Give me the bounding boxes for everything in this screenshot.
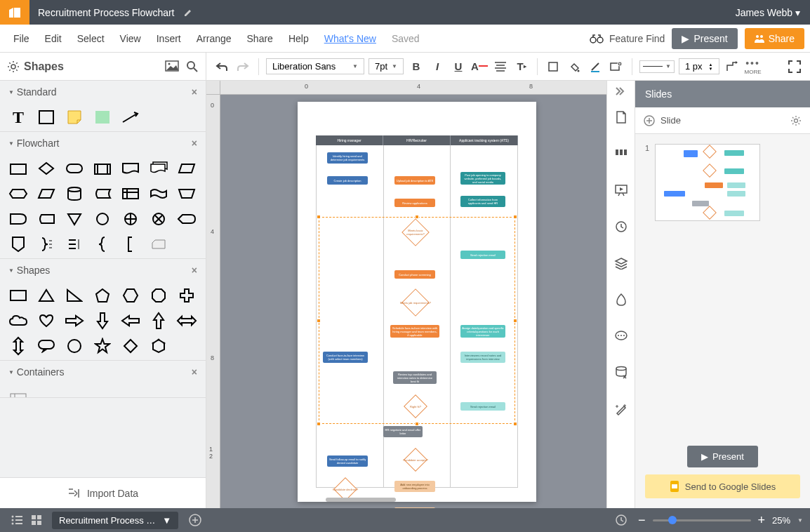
rail-magic-icon[interactable] <box>613 401 630 418</box>
undo-icon[interactable] <box>213 58 230 75</box>
flowchart-bracket[interactable] <box>119 234 142 254</box>
shape-heart[interactable] <box>35 311 58 331</box>
image-icon[interactable] <box>165 60 179 73</box>
menu-file[interactable]: File <box>6 33 37 44</box>
rail-chat-icon[interactable] <box>613 328 630 345</box>
shape-circle[interactable] <box>63 336 86 356</box>
slide-settings-icon[interactable] <box>790 115 802 126</box>
text-options-icon[interactable]: T▸ <box>513 58 530 75</box>
text-color-icon[interactable]: A <box>471 58 488 75</box>
fill-icon[interactable] <box>545 58 562 75</box>
zoom-out-icon[interactable]: − <box>638 513 646 528</box>
fc-box-7[interactable]: Send rejection email <box>460 251 505 259</box>
menu-whats-new[interactable]: What's New <box>317 33 384 44</box>
shape-arrow-up[interactable] <box>147 311 170 331</box>
flowchart-terminator[interactable] <box>63 159 86 178</box>
container-swimlane[interactable] <box>7 387 29 397</box>
flowchart-card[interactable] <box>147 234 170 254</box>
app-logo[interactable] <box>0 0 29 25</box>
page-scrollbar[interactable] <box>326 498 396 502</box>
close-icon[interactable]: × <box>192 366 197 378</box>
shape-arrow-right[interactable] <box>63 311 86 331</box>
fc-box-9[interactable]: Schedule face-to-face interview with hir… <box>390 325 439 338</box>
shape-pentagon[interactable] <box>91 286 114 305</box>
outline-view-icon[interactable] <box>7 510 27 530</box>
shape-arrow-ud[interactable] <box>7 336 29 356</box>
fc-box-2[interactable]: Create job description <box>327 176 368 185</box>
fc-box-13[interactable]: Review top candidates and interview note… <box>393 371 437 384</box>
shape-options-icon[interactable] <box>608 58 625 75</box>
close-icon[interactable]: × <box>192 86 197 98</box>
add-page-icon[interactable] <box>185 510 205 530</box>
swimlane-header-2[interactable]: HR/Recruiter <box>383 135 451 145</box>
flowchart-or[interactable] <box>119 209 142 229</box>
flowchart-brace-left[interactable] <box>91 234 114 254</box>
line-style-select[interactable]: ▼ <box>639 60 675 73</box>
close-icon[interactable]: × <box>192 138 197 149</box>
font-select[interactable]: Liberation Sans▼ <box>266 58 364 74</box>
shape-arrow-down[interactable] <box>91 311 114 331</box>
fc-box-18[interactable]: Send thank you email <box>394 507 435 508</box>
shape-hexagon[interactable] <box>119 286 142 305</box>
share-button[interactable]: Share <box>745 28 804 49</box>
menu-share[interactable]: Share <box>239 33 281 44</box>
document-title[interactable]: Recruitment Process Flowchart <box>29 7 183 18</box>
flowchart-input[interactable] <box>175 159 198 178</box>
menu-arrange[interactable]: Arrange <box>189 33 239 44</box>
redo-icon[interactable] <box>234 58 251 75</box>
fc-box-3[interactable]: Upload job description to ATS <box>394 176 435 185</box>
fc-box-15[interactable]: HR negotiate and email offer letter <box>383 426 423 437</box>
flowchart-sum[interactable] <box>147 209 170 229</box>
rail-data-icon[interactable] <box>613 364 630 381</box>
bucket-icon[interactable] <box>566 58 583 75</box>
sync-icon[interactable] <box>611 510 631 530</box>
underline-icon[interactable]: U <box>450 58 467 75</box>
feature-find[interactable]: Feature Find <box>590 33 665 44</box>
zoom-in-icon[interactable]: + <box>758 513 766 528</box>
fullscreen-icon[interactable] <box>786 58 803 75</box>
flowchart-offpage[interactable] <box>7 234 29 254</box>
flowchart-preparation[interactable] <box>7 184 29 204</box>
section-containers-header[interactable]: ▼ Containers× <box>0 361 206 383</box>
swimlane-header-3[interactable]: Applicant tracking system (ATS) <box>451 135 518 145</box>
document-tab[interactable]: Recruitment Process Fl…▼ <box>52 512 178 529</box>
section-flowchart-header[interactable]: ▼ Flowchart× <box>0 132 206 154</box>
shape-polygon[interactable] <box>147 336 170 356</box>
section-shapes-header[interactable]: ▼ Shapes× <box>0 259 206 281</box>
shape-right-triangle[interactable] <box>63 286 86 305</box>
flowchart-document[interactable] <box>119 159 142 178</box>
shape-arrow[interactable] <box>119 107 142 127</box>
flowchart-decision[interactable] <box>35 159 58 178</box>
fc-box-16[interactable]: Send follow-up email to notify denied ca… <box>327 455 368 467</box>
send-to-gslides-button[interactable]: Send to Google Slides <box>645 474 800 498</box>
edit-title-icon[interactable] <box>183 8 193 18</box>
fc-box-12[interactable]: Interviewers record notes and impression… <box>460 352 505 363</box>
flowchart-multidoc[interactable] <box>147 159 170 178</box>
bold-icon[interactable]: B <box>408 58 425 75</box>
page[interactable]: Hiring manager HR/Recruiter Applicant tr… <box>298 102 536 502</box>
flowchart-delay[interactable] <box>7 209 29 229</box>
flowchart-merge[interactable] <box>63 209 86 229</box>
flowchart-internal[interactable] <box>119 184 142 204</box>
fc-box-5[interactable]: Review applications <box>394 199 435 207</box>
flowchart-storage[interactable] <box>91 184 114 204</box>
shape-triangle[interactable] <box>35 286 58 305</box>
shape-cloud[interactable] <box>7 311 29 331</box>
flowchart-connector[interactable] <box>91 209 114 229</box>
menu-edit[interactable]: Edit <box>37 33 69 44</box>
line-routing-icon[interactable] <box>724 58 741 75</box>
fc-box-10[interactable]: Assign date/question and specific criter… <box>460 325 505 338</box>
add-slide-icon[interactable] <box>644 115 655 126</box>
shape-arrow-lr[interactable] <box>175 311 198 331</box>
flowchart-process[interactable] <box>7 159 29 178</box>
flowchart-stored[interactable] <box>35 209 58 229</box>
fc-box-14[interactable]: Send rejection email <box>460 402 505 411</box>
grid-view-icon[interactable] <box>27 510 46 530</box>
slide-thumbnail[interactable] <box>655 144 760 221</box>
flowchart-predefined[interactable] <box>91 159 114 178</box>
shape-callout[interactable] <box>35 336 58 356</box>
flowchart-manual[interactable] <box>175 184 198 204</box>
more-tools[interactable]: •••MORE <box>745 58 762 75</box>
menu-view[interactable]: View <box>112 33 149 44</box>
italic-icon[interactable]: I <box>429 58 446 75</box>
